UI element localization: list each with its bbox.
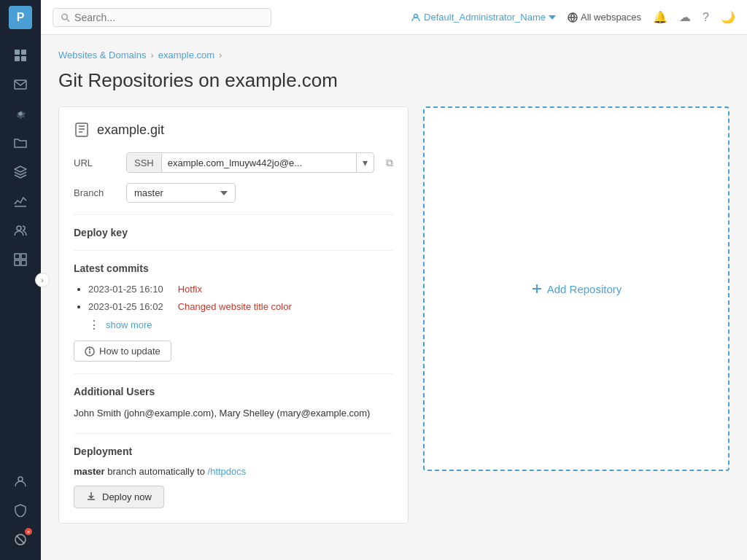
users-text: John Smith (john@example.com), Mary Shel… <box>74 406 393 421</box>
copy-icon[interactable]: ⧉ <box>386 157 393 169</box>
breadcrumb-sep2: › <box>219 50 222 61</box>
show-more-row[interactable]: ⋮ show more <box>88 318 393 332</box>
topnav-right: Default_Administrator_Name All webspaces… <box>411 10 735 24</box>
info-icon <box>85 346 95 357</box>
main-content: Default_Administrator_Name All webspaces… <box>41 0 747 560</box>
search-box[interactable] <box>53 8 271 27</box>
deploy-key-title: Deploy key <box>74 227 393 238</box>
latest-commits-title: Latest commits <box>74 262 393 274</box>
svg-point-11 <box>18 477 23 481</box>
add-repository-label: Add Repository <box>547 283 622 295</box>
plus-icon <box>531 283 543 295</box>
sidebar: P › × <box>0 0 41 560</box>
commit-msg-1: Hotfix <box>178 284 202 295</box>
page-content: Websites & Domains › example.com › Git R… <box>41 35 747 560</box>
search-input[interactable] <box>74 12 263 23</box>
svg-rect-4 <box>15 80 26 89</box>
add-repo-panel[interactable]: Add Repository <box>423 106 729 471</box>
workspace-menu[interactable]: All webspaces <box>568 12 641 23</box>
repo-title: example.git <box>74 122 393 138</box>
globe-icon <box>568 12 578 23</box>
svg-point-14 <box>62 14 67 19</box>
svg-point-6 <box>17 226 21 230</box>
svg-rect-8 <box>21 254 26 259</box>
deploy-link[interactable]: /httpdocs <box>208 466 247 477</box>
url-prefix: SSH <box>127 154 162 172</box>
show-more-dots: ⋮ <box>88 318 101 332</box>
repo-panel: example.git URL SSH example.com_lmuyw442… <box>58 106 409 524</box>
sidebar-item-person[interactable] <box>6 468 35 494</box>
svg-rect-10 <box>21 260 26 265</box>
breadcrumb-websites[interactable]: Websites & Domains <box>58 50 146 61</box>
sidebar-collapse-btn[interactable]: › <box>35 273 50 287</box>
sidebar-item-layers[interactable] <box>6 159 35 185</box>
deploy-icon <box>86 491 96 502</box>
svg-rect-1 <box>21 50 26 55</box>
sidebar-item-dashboard[interactable] <box>6 42 35 69</box>
cloud-icon[interactable]: ☁ <box>679 10 691 24</box>
workspace-name: All webspaces <box>581 12 641 23</box>
sidebar-item-users[interactable] <box>6 217 35 244</box>
show-more-label: show more <box>106 319 152 330</box>
additional-users-title: Additional Users <box>74 386 393 397</box>
svg-line-13 <box>17 536 25 544</box>
svg-rect-9 <box>15 260 20 265</box>
branch-select[interactable]: master <box>126 183 236 203</box>
divider-4 <box>74 433 393 434</box>
svg-line-15 <box>67 19 69 21</box>
url-label: URL <box>74 158 117 168</box>
sidebar-item-settings[interactable] <box>6 101 35 127</box>
search-icon <box>61 12 70 23</box>
url-field-row: URL SSH example.com_lmuyw442jo@e... ▾ ⧉ <box>74 152 393 173</box>
svg-rect-2 <box>15 56 20 61</box>
commit-time-1: 2023-01-25 16:10 <box>88 284 163 295</box>
url-value: example.com_lmuyw442jo@e... <box>162 154 356 172</box>
topnav: Default_Administrator_Name All webspaces… <box>41 0 747 35</box>
url-dropdown-icon[interactable]: ▾ <box>356 153 374 172</box>
list-item: 2023-01-25 16:02 Changed website title c… <box>88 300 393 312</box>
two-col-layout: example.git URL SSH example.com_lmuyw442… <box>58 106 729 524</box>
app-logo[interactable]: P <box>9 6 32 29</box>
branch-field-row: Branch master <box>74 183 393 203</box>
sidebar-item-shield[interactable] <box>6 497 35 524</box>
svg-rect-3 <box>21 56 26 61</box>
commit-msg-2: Changed website title color <box>178 301 292 312</box>
url-select[interactable]: SSH example.com_lmuyw442jo@e... ▾ <box>126 152 374 173</box>
divider-3 <box>74 373 393 374</box>
sidebar-item-chart[interactable] <box>6 188 35 214</box>
commit-item-1: 2023-01-25 16:10 Hotfix <box>88 284 393 295</box>
sidebar-item-folder[interactable] <box>6 130 35 156</box>
user-icon <box>411 12 421 23</box>
svg-rect-18 <box>76 123 88 136</box>
commits-list: 2023-01-25 16:10 Hotfix 2023-01-25 16:02… <box>74 283 393 312</box>
sidebar-item-grid[interactable] <box>6 246 35 273</box>
branch-label: Branch <box>74 187 117 198</box>
deployment-title: Deployment <box>74 446 393 457</box>
svg-rect-7 <box>15 254 20 259</box>
user-dropdown-icon <box>549 15 556 20</box>
how-to-update-button[interactable]: How to update <box>74 341 171 362</box>
commit-item-2: 2023-01-25 16:02 Changed website title c… <box>88 301 393 312</box>
deploy-branch: master <box>74 466 105 477</box>
user-menu[interactable]: Default_Administrator_Name <box>411 12 556 23</box>
deploy-now-label: Deploy now <box>102 491 152 502</box>
svg-rect-0 <box>15 50 20 55</box>
add-repository-button[interactable]: Add Repository <box>531 283 622 295</box>
divider-1 <box>74 214 393 215</box>
repo-name: example.git <box>97 122 164 138</box>
svg-point-21 <box>90 349 90 349</box>
bell-icon[interactable]: 🔔 <box>653 10 667 24</box>
deploy-mid: branch automatically to <box>105 466 208 477</box>
deploy-now-button[interactable]: Deploy now <box>74 486 164 508</box>
sidebar-item-block[interactable]: × <box>6 526 35 553</box>
breadcrumb-domain[interactable]: example.com <box>158 50 214 61</box>
sidebar-item-mail[interactable] <box>6 71 35 98</box>
commit-time-2: 2023-01-25 16:02 <box>88 301 163 312</box>
deploy-description: master branch automatically to /httpdocs <box>74 466 393 477</box>
how-to-update-label: How to update <box>99 346 160 357</box>
list-item: 2023-01-25 16:10 Hotfix <box>88 283 393 295</box>
help-icon[interactable]: ? <box>703 11 709 24</box>
page-title: Git Repositories on example.com <box>58 69 729 92</box>
theme-icon[interactable]: 🌙 <box>721 10 735 24</box>
user-name: Default_Administrator_Name <box>424 12 546 23</box>
